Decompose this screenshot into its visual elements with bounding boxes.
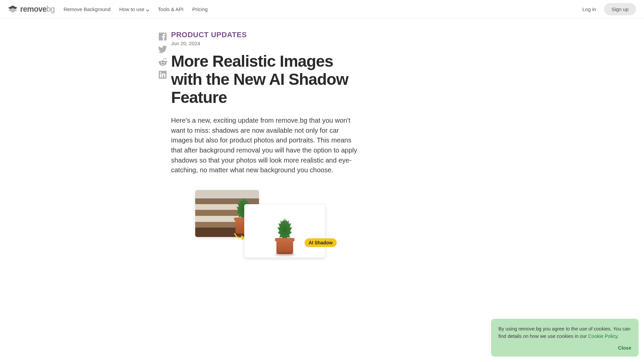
logo[interactable]: removebg <box>8 5 55 14</box>
plant-icon <box>273 217 297 254</box>
nav-how-to-use-label: How to use <box>119 6 145 12</box>
ai-shadow-badge: AI Shadow <box>305 238 337 247</box>
nav-tools-api[interactable]: Tools & API <box>158 6 184 12</box>
share-column <box>154 31 171 267</box>
facebook-icon <box>158 32 167 41</box>
nav-how-to-use[interactable]: How to use <box>119 6 149 12</box>
share-reddit[interactable] <box>158 57 167 68</box>
share-facebook[interactable] <box>158 32 167 43</box>
nav-pricing[interactable]: Pricing <box>192 6 208 12</box>
logo-text-suffix: bg <box>47 5 55 13</box>
article-illustration: AI Shadow <box>178 190 352 267</box>
illustration-after-image <box>244 204 325 258</box>
header: removebg Remove Background How to use To… <box>0 0 644 18</box>
article-date: Jun 20, 2024 <box>171 41 359 46</box>
article-title: More Realistic Images with the New AI Sh… <box>171 52 359 106</box>
reddit-icon <box>158 57 167 67</box>
header-right: Log in Sign up <box>582 3 636 15</box>
signup-button[interactable]: Sign up <box>604 3 636 15</box>
logo-text-main: remove <box>20 5 47 13</box>
article-category[interactable]: PRODUCT UPDATES <box>171 31 359 39</box>
logo-text: removebg <box>20 5 55 14</box>
shadow-icon <box>275 253 295 256</box>
logo-icon <box>8 5 17 13</box>
linkedin-icon <box>158 70 167 79</box>
share-linkedin[interactable] <box>158 70 167 81</box>
header-left: removebg Remove Background How to use To… <box>8 5 208 14</box>
twitter-icon <box>158 45 167 54</box>
main: PRODUCT UPDATES Jun 20, 2024 More Realis… <box>154 18 490 281</box>
main-nav: Remove Background How to use Tools & API… <box>63 6 208 12</box>
login-link[interactable]: Log in <box>582 6 596 12</box>
nav-remove-background[interactable]: Remove Background <box>63 6 110 12</box>
article: PRODUCT UPDATES Jun 20, 2024 More Realis… <box>171 31 359 267</box>
chevron-down-icon <box>146 7 149 11</box>
share-twitter[interactable] <box>158 45 167 55</box>
article-body: Here's a new, exciting update from remov… <box>171 116 359 175</box>
